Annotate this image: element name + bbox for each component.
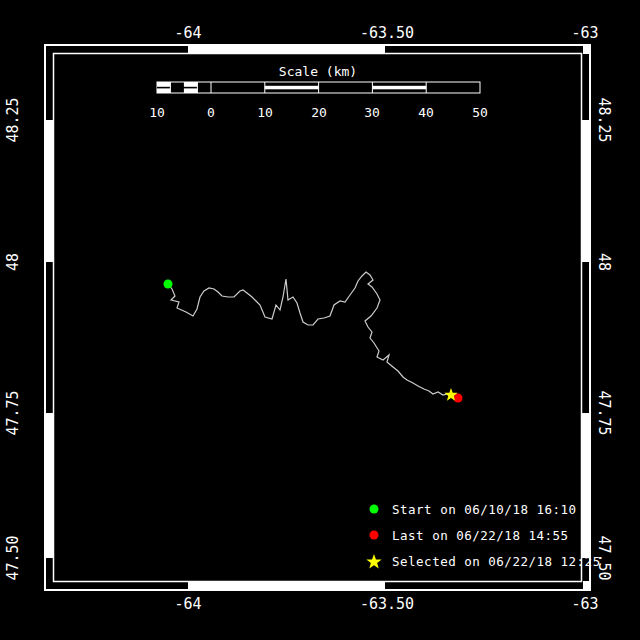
frame-band	[188, 581, 385, 589]
track-polyline	[168, 272, 458, 398]
frame-band	[188, 46, 385, 54]
lat-tick-right-4775: 47.75	[595, 390, 613, 435]
lon-tick-top-64: -64	[174, 24, 201, 42]
plot-canvas	[0, 0, 640, 640]
lon-tick-top-63: -63	[571, 24, 598, 42]
lat-tick-left-48: 48	[4, 253, 22, 271]
track-map-plot: -64 -63.50 -63 -64 -63.50 -63 48.25 48 4…	[0, 0, 640, 640]
lat-tick-right-4825: 48.25	[595, 97, 613, 142]
frame-band	[46, 413, 54, 558]
scale-tick-30: 30	[364, 105, 380, 120]
selected-legend-icon	[365, 552, 383, 570]
scale-tick-0: 0	[207, 105, 215, 120]
lon-tick-top-6350: -63.50	[360, 24, 414, 42]
legend-item-start: Start on 06/10/18 16:10	[365, 500, 577, 518]
legend-item-last: Last on 06/22/18 14:55	[365, 526, 569, 544]
scale-tick-m10: 10	[149, 105, 165, 120]
lat-tick-left-4775: 47.75	[4, 390, 22, 435]
last-legend-icon	[365, 526, 383, 544]
scale-tick-20: 20	[311, 105, 327, 120]
start-marker	[163, 279, 172, 288]
lon-tick-bottom-64: -64	[174, 595, 201, 613]
legend-last-label: Last on 06/22/18 14:55	[392, 528, 569, 543]
scale-bar-title: Scale (km)	[279, 64, 357, 79]
scale-tick-40: 40	[418, 105, 434, 120]
frame-band	[583, 581, 590, 589]
lon-tick-bottom-63: -63	[571, 595, 598, 613]
lat-tick-right-48: 48	[595, 253, 613, 271]
frame-band	[581, 120, 589, 262]
scale-tick-50: 50	[472, 105, 488, 120]
legend-selected-label: Selected on 06/22/18 12:25	[392, 554, 601, 569]
lon-tick-bottom-6350: -63.50	[360, 595, 414, 613]
lat-tick-left-4750: 47.50	[4, 535, 22, 580]
scale-bar	[157, 82, 480, 93]
legend-start-label: Start on 06/10/18 16:10	[392, 502, 577, 517]
legend-item-selected: Selected on 06/22/18 12:25	[365, 552, 601, 570]
start-legend-icon	[365, 500, 383, 518]
frame-band	[581, 413, 589, 558]
frame-band	[46, 120, 54, 262]
frame-band	[583, 46, 590, 54]
lat-tick-left-4825: 48.25	[4, 97, 22, 142]
scale-tick-10: 10	[257, 105, 273, 120]
